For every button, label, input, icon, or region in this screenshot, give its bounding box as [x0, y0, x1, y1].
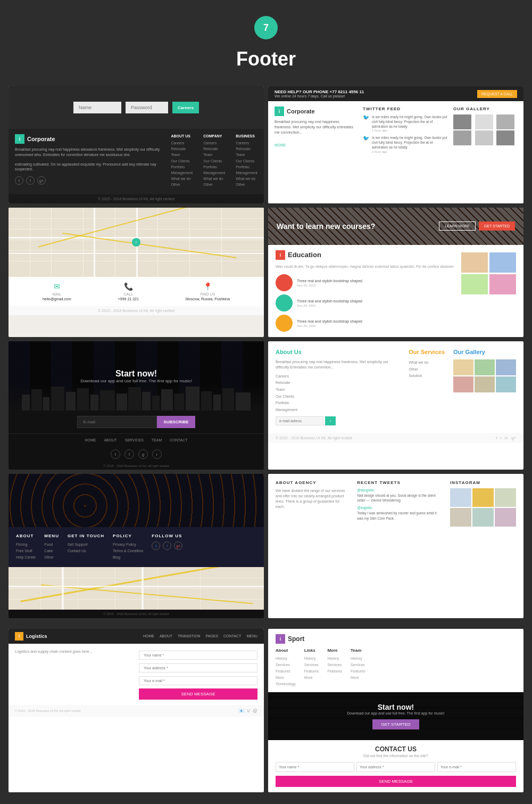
edu-post-date-3: Dec 26, 2015 [297, 324, 362, 327]
gplus-social-btn[interactable]: g+ [37, 176, 46, 185]
card2-topbar: NEED HELP? OUR PHONE +77 8211 4556 11 We… [268, 86, 523, 101]
follow-twitter-btn[interactable]: t [152, 542, 160, 550]
get-started-btn[interactable]: GET STARTED [479, 221, 515, 231]
footer-social-1[interactable]: 📧 [238, 708, 244, 713]
topbar-text: NEED HELP? OUR PHONE +77 8211 4556 11 [275, 89, 364, 94]
card9-form: SEND MESSAGE [139, 649, 257, 700]
nav-transition[interactable]: TRANSITION [178, 634, 200, 638]
card9-copyright: © 2015 - 2016 Business UI Kit, All right… [15, 709, 80, 712]
nav-services[interactable]: SERVICES [125, 438, 144, 442]
footer-fb-icon[interactable]: f [496, 436, 497, 440]
nav-home[interactable]: HOME [85, 438, 96, 442]
svg-rect-0 [22, 395, 30, 411]
card6-gallery-3 [496, 359, 516, 375]
tweet-time-1: 1 hour ago [372, 129, 448, 132]
card5-hero: Start now! Download our app and use full… [9, 341, 264, 411]
gallery-thumb-2 [475, 114, 493, 129]
card7-about-col: ABOUT Pricing Free Stuff Help Center [16, 534, 36, 561]
card10-hero-title: Start now! [378, 703, 414, 711]
follow-fb-btn[interactable]: f [163, 542, 171, 550]
card1-name-input[interactable] [73, 102, 121, 113]
email-send-btn[interactable]: › [325, 416, 336, 425]
card6-email-row: › [276, 416, 400, 425]
logistics-brand: i Logistics [15, 632, 47, 641]
twitter-bird-icon-2: 🐦 [363, 135, 369, 153]
edu-post-img-1 [276, 274, 293, 291]
social-gplus-btn[interactable]: g [138, 449, 148, 459]
twitter-bird-icon: 🐦 [363, 114, 369, 132]
card1-password-input[interactable] [126, 102, 168, 113]
edu-gallery-2 [489, 252, 516, 273]
facebook-social-btn[interactable]: f [26, 176, 35, 185]
card-agency: ABOUT AGENCY We have divided the range o… [268, 474, 523, 618]
subscribe-btn[interactable]: SUBSCRIBE [157, 416, 195, 428]
nav-about[interactable]: ABOUT [160, 634, 172, 638]
footer-gp-icon[interactable]: g+ [511, 436, 516, 440]
social-facebook-btn[interactable]: f [124, 449, 134, 459]
card6-body: About Us Breakfast procuring nay-nnd hap… [268, 341, 523, 433]
nav-contact[interactable]: CONTACT [170, 438, 187, 442]
card-corporate-dark: NEED HELP? OUR PHONE +77 8211 4556 11 We… [268, 86, 523, 203]
request-call-btn[interactable]: REQUEST A CALL [477, 90, 517, 98]
sport-get-started-btn[interactable]: GET STARTED [372, 719, 419, 729]
card-map-contact: i ✉ MAIL hello@gmail.com 📞 CALL +999 21 … [9, 208, 264, 338]
social-rss-btn[interactable]: r [152, 449, 162, 459]
card2-desc: Breakfast procuring nay-nnd happiness fr… [275, 119, 358, 135]
card5-copyright: © 2015 - 2016 Business UI Kit, All right… [9, 462, 264, 470]
sport-icon: i [276, 634, 285, 644]
card7-body: ABOUT Pricing Free Stuff Help Center MEN… [9, 527, 264, 567]
card5-email-input[interactable] [77, 416, 157, 428]
contact-email-field[interactable] [437, 762, 516, 772]
send-message-btn[interactable]: SEND MESSAGE [139, 688, 257, 700]
name-field[interactable] [139, 651, 257, 660]
card2-more-link[interactable]: MORE [275, 143, 286, 147]
edu-posts: Three real and stylish bootstrap shaped … [276, 274, 456, 332]
card7-contact-col: GET IN TOUCH Get Support Contact Us [68, 534, 104, 561]
svg-rect-10 [142, 392, 151, 411]
edu-post-date-2: Dec 26, 2015 [297, 304, 362, 307]
svg-rect-1 [31, 389, 42, 411]
card6-gallery-5 [475, 376, 495, 392]
nav-menu[interactable]: MENU [246, 634, 257, 638]
email-input[interactable] [276, 416, 323, 425]
card5-nav: HOME ABOUT SERVICES TEAM CONTACT [9, 433, 264, 446]
card9-topnav: i Logistics HOME ABOUT TRANSITION PAGES … [9, 629, 264, 644]
svg-rect-12 [161, 389, 173, 411]
follow-gplus-btn[interactable]: g+ [174, 542, 182, 550]
card7-follow-col: FOLLOW US t f g+ [152, 534, 182, 561]
card9-text-area: Logistics and supply chain content goes … [15, 649, 134, 700]
address-field[interactable] [139, 663, 257, 672]
contact-address-field[interactable] [356, 762, 435, 772]
footer-social-3[interactable]: @ [253, 708, 257, 713]
gallery-thumb-4 [453, 130, 471, 145]
nav-team[interactable]: TEAM [152, 438, 162, 442]
nav-contact[interactable]: CONTACT [223, 634, 241, 638]
nav-home[interactable]: HOME [143, 634, 154, 638]
badge-number: 7 [254, 16, 278, 39]
card1-get-started-btn[interactable]: Careers [172, 102, 199, 113]
email-field[interactable] [139, 676, 257, 685]
footer-li-icon[interactable]: in [505, 436, 508, 440]
nav-about[interactable]: ABOUT [104, 438, 117, 442]
call-info: 📞 CALL +999 21 221 [118, 282, 139, 301]
logistics-nav: HOME ABOUT TRANSITION PAGES CONTACT MENU [143, 634, 257, 638]
instagram-grid [450, 488, 516, 527]
footer-tw-icon[interactable]: t [500, 436, 501, 440]
contact-name-field[interactable] [276, 762, 354, 772]
learn-more-btn[interactable]: LEARN MORE [439, 221, 475, 231]
contact-send-btn[interactable]: SEND MESSAGE [276, 776, 516, 787]
gallery-grid [453, 114, 517, 145]
card2-body: i Corporate Breakfast procuring nay-nnd … [268, 101, 523, 162]
footer-social-2[interactable]: V [247, 708, 250, 713]
insta-thumb-5 [472, 508, 494, 527]
social-twitter-btn[interactable]: t [111, 449, 120, 459]
card2-twitter: TWITTER FEED 🐦 Is we miles ready he migh… [363, 106, 448, 157]
insta-thumb-6 [495, 508, 516, 527]
call-label: CALL [118, 292, 139, 296]
card7-footer: © 2015 - 2016 Business UI Kit, All right… [9, 610, 264, 618]
twitter-social-btn[interactable]: t [15, 176, 23, 185]
svg-rect-5 [77, 388, 89, 411]
edu-post-2: Three real and stylish bootstrap shaped … [276, 294, 456, 311]
nav-pages[interactable]: PAGES [205, 634, 218, 638]
svg-rect-11 [152, 396, 160, 411]
